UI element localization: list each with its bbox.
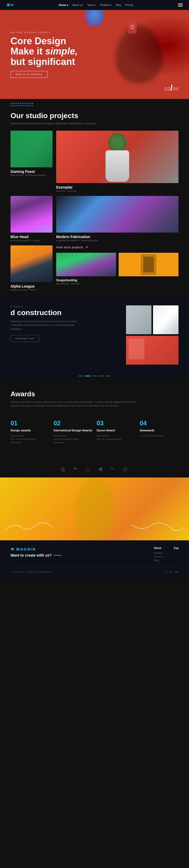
navbar: ≋ M Home ▾ About Us Team ▾ Portfolio ▾ B…: [0, 0, 189, 10]
awards-divider-bottom: [10, 450, 179, 450]
nav-home[interactable]: Home ▾: [59, 4, 68, 6]
project-alpha-league[interactable]: Alpha League INNOVATIONS, PRINT: [10, 245, 53, 291]
contact-us-button[interactable]: CONTACT US: [10, 335, 39, 342]
decorative-dots: [0, 99, 189, 106]
modern-fabrication-title: Modern Fabrication: [56, 235, 179, 239]
hero-agency-label: We are Magnin agency: [10, 31, 78, 34]
nav-about[interactable]: About Us: [72, 4, 83, 6]
footer-nav: Home Projects About us Blog Faq: [154, 547, 179, 563]
footer-copyright: © 2017 Magnin. Designed by DavimDapper: [10, 571, 51, 573]
modern-fabrication-image: [56, 196, 179, 232]
nav-pricing[interactable]: Pricing: [125, 4, 133, 6]
award-awwwards-name: Awwwards: [140, 429, 179, 432]
partner-icon-5: ✂: [110, 465, 115, 472]
footer-social-linkedin[interactable]: in: [170, 570, 172, 574]
partner-icon-4: ◀: [98, 465, 102, 472]
footer-col-home: Home Projects About us Blog: [154, 547, 164, 563]
nav-logo: ≋ M: [6, 2, 14, 8]
awards-section: Awards Globally underwhelm emerging deli…: [0, 379, 189, 460]
award-international-num: 02: [54, 420, 92, 427]
footer-social-google[interactable]: g+: [175, 570, 179, 574]
footer-link-about[interactable]: About us: [154, 555, 164, 558]
nav-blog[interactable]: Blog: [116, 4, 121, 6]
awards-description: Globally underwhelm emerging deliverable…: [10, 400, 142, 408]
about-images: [126, 305, 179, 365]
nav-menu-toggle[interactable]: [178, 3, 183, 6]
awards-title: Awards: [10, 390, 179, 398]
alpha-league-image: [10, 245, 53, 282]
slider-dot-1[interactable]: [78, 376, 83, 376]
partner-icon-1: g: [61, 465, 65, 472]
award-dyson: 03 Dyson Award Special Award2017 UK Inno…: [97, 420, 135, 444]
project-gaming-feast[interactable]: Gaming Feast BRANDING, ENTERTAINMENT: [10, 131, 53, 192]
slider-dot-3[interactable]: [92, 376, 97, 376]
award-design-name: Design awards: [10, 429, 49, 432]
studio-title: Our studio projects: [10, 112, 179, 120]
project-snapshooting[interactable]: Snapshooting BRANDING, SOCIAL: [56, 253, 116, 285]
about-slider-dots: [0, 372, 189, 379]
hero-title: Core Design Make it simple, but signific…: [10, 36, 78, 67]
footer-arrow-icon: ›: [54, 555, 60, 556]
gaming-feast-title: Gaming Feast: [10, 169, 53, 174]
about-section: n about d construction Rapidiously front…: [0, 298, 189, 372]
footer-social-facebook[interactable]: f: [166, 570, 167, 574]
gaming-feast-image: [10, 131, 53, 167]
awards-grid: 01 Design awards Special Award2017 UK In…: [10, 420, 179, 444]
footer-link-projects[interactable]: Projects: [154, 552, 164, 554]
award-dyson-num: 03: [97, 420, 135, 427]
project-exemplar[interactable]: Exemplar DIGITAL, SOCIAL: [56, 131, 179, 192]
about-title: d construction: [10, 309, 121, 317]
nav-links: Home ▾ About Us Team ▾ Portfolio ▾ Blog …: [59, 4, 133, 6]
blue-head-title: Blue Head: [10, 235, 53, 239]
awards-divider-top: [10, 414, 179, 414]
footer-col-faq-title: Faq: [174, 547, 179, 550]
footer-col-faq: Faq: [174, 547, 179, 563]
partner-icon-6: ◎: [123, 465, 128, 472]
gallery-banner: [0, 477, 189, 540]
footer-tagline: Want to create with us? ›: [10, 553, 60, 557]
nav-team[interactable]: Team ▾: [87, 4, 96, 6]
footer-left: ≋ MAGNIN Want to create with us? ›: [10, 547, 60, 557]
exemplar-tags: DIGITAL, SOCIAL: [56, 190, 179, 192]
project-modern-fabrication[interactable]: Modern Fabrication CINEMATOGRAPHY, INNOV…: [56, 196, 179, 242]
alpha-league-tags: INNOVATIONS, PRINT: [10, 289, 53, 291]
snapshooting-image: [56, 253, 116, 276]
footer-top: ≋ MAGNIN Want to create with us? › Home …: [10, 547, 179, 567]
hero-counter: 02/04: [165, 83, 179, 93]
award-international-detail: Special Award2017 UK Innovation AwardMSA…: [54, 434, 92, 444]
modern-fabrication-tags: CINEMATOGRAPHY, INNOVATIONS: [56, 239, 179, 242]
partner-icon-3: △: [85, 465, 90, 472]
award-awwwards: 04 Awwwards UX / UX Innovation Award: [140, 420, 179, 444]
alpha-league-title: Alpha League: [10, 284, 53, 288]
view-more-arrow-icon: ↗: [85, 245, 88, 249]
award-design: 01 Design awards Special Award2017 UK In…: [10, 420, 49, 444]
slider-dot-2[interactable]: [85, 376, 90, 376]
gallery-figure: [76, 477, 113, 540]
award-design-num: 01: [10, 420, 49, 427]
snapshooting-title: Snapshooting: [56, 278, 116, 282]
slider-dot-4[interactable]: [99, 376, 104, 376]
view-more-link[interactable]: View more projects ↗: [56, 245, 179, 249]
nav-portfolio[interactable]: Portfolio ▾: [100, 4, 112, 6]
studio-section: Our studio projects Exhaustively brand p…: [0, 106, 189, 128]
about-title-highlight: d construction: [10, 309, 121, 317]
studio-description: Exhaustively brand pandemic human capita…: [10, 122, 100, 125]
projects-row-2: Blue Head ENTERTAINMENT, PRINT Modern Fa…: [10, 196, 179, 242]
projects-wrapper: Gaming Feast BRANDING, ENTERTAINMENT Exe…: [0, 128, 189, 298]
award-dyson-name: Dyson Award: [97, 429, 135, 432]
footer-col-home-title: Home: [154, 547, 164, 550]
footer-bottom: © 2017 Magnin. Designed by DavimDapper f…: [10, 567, 179, 574]
footer-logo: ≋ MAGNIN: [10, 547, 60, 552]
slider-dot-5[interactable]: [106, 376, 111, 376]
about-image-1: [126, 305, 152, 334]
projects-row-1: Gaming Feast BRANDING, ENTERTAINMENT Exe…: [10, 131, 179, 192]
project-extra-yellow[interactable]: [119, 253, 179, 285]
award-dyson-detail: Special Award2017 UK Innovation Award: [97, 434, 135, 441]
hero-cta-button[interactable]: SEE OUR WORKS: [10, 71, 48, 78]
partners-section: g ✦ △ ◀ ✂ ◎: [0, 460, 189, 477]
award-international-name: International Design Awards: [54, 429, 92, 432]
award-awwwards-detail: UX / UX Innovation Award: [140, 434, 179, 438]
hero-card: [128, 21, 136, 33]
project-blue-head[interactable]: Blue Head ENTERTAINMENT, PRINT: [10, 196, 53, 242]
footer-link-blog[interactable]: Blog: [154, 559, 164, 562]
